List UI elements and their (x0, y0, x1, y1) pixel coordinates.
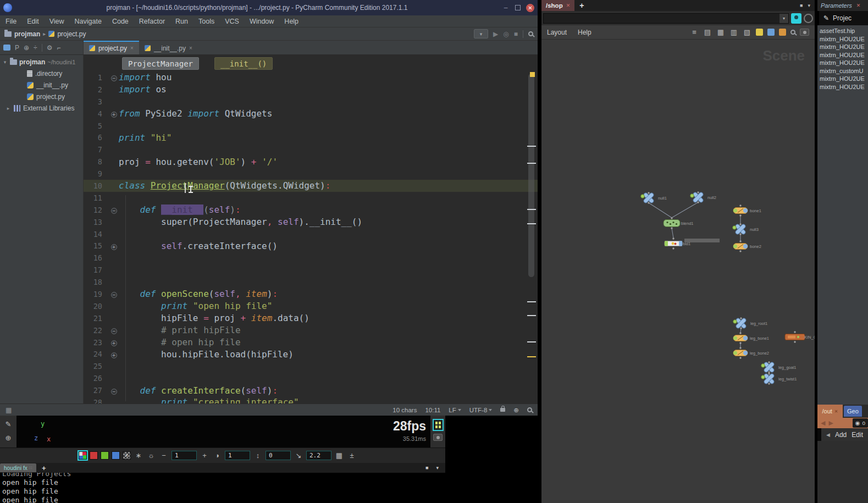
list-item[interactable]: mixtrn_HOU2UE (817, 59, 868, 68)
snapshot-icon[interactable]: ▧ (743, 28, 751, 37)
menu-item[interactable]: Code (112, 18, 129, 25)
menu-item[interactable]: Window (250, 18, 274, 25)
offset-input[interactable]: 0 (266, 451, 291, 460)
minimize-button[interactable]: – (502, 4, 510, 12)
increase-icon[interactable]: + (200, 451, 209, 460)
list-item[interactable]: mixtrn_HOU2UE (817, 84, 868, 92)
maximize-button[interactable] (515, 5, 521, 10)
pencil-icon[interactable]: ✎ (5, 420, 12, 428)
history-arrows-icon[interactable]: ◀▶ (817, 419, 837, 427)
channel-rgb-swatch[interactable] (79, 451, 87, 460)
menu-item[interactable]: Refactor (139, 18, 165, 25)
network-path-tab[interactable]: /shop ✕ (541, 0, 574, 11)
display-toggle[interactable]: ◉ o (853, 418, 868, 428)
pin-icon[interactable] (791, 13, 801, 24)
editor-scrollbar[interactable] (528, 74, 534, 277)
parameters-header[interactable]: ✎ Projec (817, 11, 868, 25)
close-icon[interactable]: ✕ (566, 3, 571, 8)
scrollbar[interactable] (817, 428, 821, 441)
locate-icon[interactable]: ⊕ (24, 44, 29, 52)
new-tab-button[interactable]: + (42, 464, 46, 472)
chevron-down-icon[interactable]: ▾ (436, 465, 439, 471)
menu-item[interactable]: VCS (225, 18, 239, 25)
error-stripe-marker[interactable] (530, 72, 535, 77)
decrease-icon[interactable]: − (159, 451, 169, 460)
project-root-item[interactable]: ▾ projman ~/houdini1 (0, 57, 83, 68)
window-menu-icon[interactable]: ■ (425, 465, 428, 471)
close-icon[interactable]: ✕ (834, 409, 838, 414)
status-line-separator[interactable]: LF (449, 407, 461, 413)
menu-item[interactable]: Help (578, 29, 591, 36)
chevron-left-icon[interactable]: ◀ (826, 432, 830, 438)
menu-item[interactable]: Tools (198, 18, 214, 25)
chevron-down-icon[interactable]: ▾ (2, 59, 8, 65)
terminal-tab[interactable]: houdini fx ∷ (0, 463, 36, 472)
search-icon[interactable] (528, 31, 533, 36)
run-config-dropdown[interactable]: ▾ (474, 29, 488, 38)
list-item[interactable]: mixtrn_HOU2UE (817, 43, 868, 52)
gamma-icon[interactable]: ↘ (294, 451, 303, 460)
grid-layout2-icon[interactable]: ▥ (729, 28, 738, 37)
code-editor[interactable]: ProjectManager __init__() 1−import hou2i… (84, 55, 538, 403)
edit-button[interactable]: Edit (852, 431, 863, 439)
pane-maximize-icon[interactable]: ■ (800, 3, 803, 8)
overview-camera-icon[interactable] (800, 29, 809, 36)
channel-blue-swatch[interactable] (112, 451, 120, 460)
stripe-mark[interactable] (527, 341, 536, 342)
range-icon[interactable]: ↕ (253, 451, 263, 460)
close-icon[interactable]: ✕ (856, 3, 861, 8)
brightness-input[interactable]: 1 (172, 451, 197, 460)
contrast-input[interactable]: 1 (225, 451, 250, 460)
brightness-icon[interactable]: ☼ (146, 451, 156, 460)
list-item[interactable]: mixtrn_customU (817, 68, 868, 76)
debug-icon[interactable]: ◎ (503, 30, 508, 38)
gamma-input[interactable]: 2.2 (306, 451, 331, 460)
viewport-canvas[interactable]: y x z 28fps 35.31ms (16, 416, 430, 447)
lock-icon[interactable] (500, 408, 505, 412)
stripe-mark[interactable] (527, 209, 536, 210)
project-view-icon[interactable] (3, 45, 10, 51)
search-icon[interactable] (790, 30, 795, 35)
tree-item[interactable]: __init__.py (0, 79, 83, 91)
status-encoding[interactable]: UTF-8 (469, 407, 493, 413)
breadcrumb-project[interactable]: projman (14, 30, 40, 38)
list-item[interactable]: assetTest.hip (817, 27, 868, 36)
channel-green-swatch[interactable] (101, 451, 109, 460)
stripe-mark-warning[interactable] (527, 356, 536, 357)
channel-alpha-swatch[interactable]: × (123, 451, 131, 460)
stop-icon[interactable]: ■ (514, 30, 518, 38)
channel-red-swatch[interactable] (90, 451, 98, 460)
chevron-down-icon[interactable]: ▾ (779, 14, 788, 23)
lamp-icon[interactable]: ∗ (134, 451, 143, 460)
stripe-mark[interactable] (527, 146, 536, 147)
globe-icon[interactable]: ⊕ (5, 434, 12, 442)
editor-tab[interactable]: __init__.py × (139, 41, 198, 54)
network-canvas[interactable]: Scene null1null2blend1bld1bone1null3bone… (541, 40, 815, 503)
close-button[interactable]: ✕ (526, 4, 534, 12)
add-button[interactable]: Add (835, 431, 847, 439)
tree-item[interactable]: project.py (0, 91, 83, 102)
camera-icon[interactable] (433, 434, 443, 441)
event-log-icon[interactable]: ⊕ (513, 406, 519, 414)
list-item[interactable]: mixtrn_HOU2UE (817, 52, 868, 60)
menu-item[interactable]: View (49, 18, 64, 25)
status-position[interactable]: 10:11 (425, 407, 440, 413)
geometry-tab[interactable]: Geo (844, 406, 862, 417)
menu-item[interactable]: Navigate (75, 18, 102, 25)
link-icon[interactable] (804, 14, 813, 23)
stripe-mark[interactable] (527, 223, 536, 224)
list-item[interactable]: mixtrn_HOU2UE (817, 75, 868, 84)
lut-icon[interactable]: ▦ (334, 451, 344, 460)
menu-item[interactable]: File (5, 18, 16, 25)
collapse-all-icon[interactable]: ÷ (34, 44, 37, 52)
tree-item[interactable]: ▸ External Libraries (0, 102, 83, 114)
list-item[interactable]: mixtrn_HOU2UE (817, 36, 868, 44)
color-palette-icon[interactable] (767, 29, 775, 36)
search-icon[interactable] (527, 407, 532, 412)
path-combo[interactable]: ▾ (543, 13, 789, 24)
project-panel-label[interactable]: P (15, 44, 19, 52)
menu-item[interactable]: Edit (27, 18, 39, 25)
node-name-field[interactable]: Projec (833, 14, 852, 22)
tool-window-switcher-icon[interactable]: ▦ (5, 406, 12, 414)
exposure-icon[interactable]: ± (347, 451, 357, 460)
